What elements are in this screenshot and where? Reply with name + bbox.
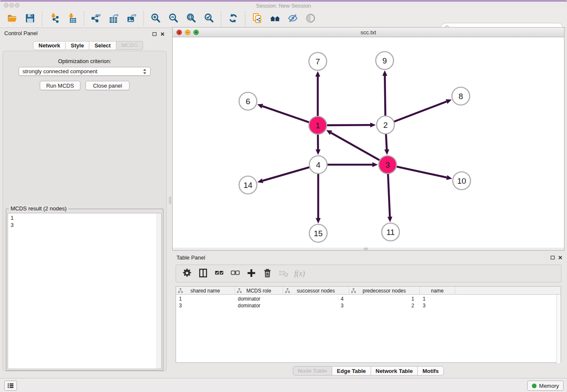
hide-siblings-icon xyxy=(287,13,298,25)
settings-icon xyxy=(182,268,192,279)
control-tab-select[interactable]: Select xyxy=(89,41,116,50)
zoom-selected-icon xyxy=(204,13,215,25)
graph-edge-1-2[interactable] xyxy=(325,125,370,125)
show-all-button[interactable] xyxy=(305,13,316,24)
toolbar-separator xyxy=(42,11,42,26)
graph-edge-arrow-3-11 xyxy=(388,217,393,222)
deselect-all-button[interactable] xyxy=(229,268,241,279)
graph-edge-4-14[interactable] xyxy=(263,167,311,181)
graph-edge-2-9[interactable] xyxy=(385,76,385,117)
split-columns-icon xyxy=(198,268,208,279)
memory-button[interactable]: Memory xyxy=(527,381,564,391)
main-toolbar xyxy=(0,9,567,28)
add-row-icon xyxy=(246,268,256,279)
duplicate-network-button[interactable] xyxy=(252,13,263,24)
import-table-button[interactable] xyxy=(66,13,77,24)
table-cell[interactable]: 4 xyxy=(283,295,349,302)
save-session-button[interactable] xyxy=(25,13,36,24)
column-header-shared-name[interactable]: shared name xyxy=(176,287,235,295)
import-network-icon xyxy=(49,13,60,25)
graph-edge-2-3[interactable] xyxy=(386,133,387,149)
table-cell[interactable]: dominator xyxy=(235,295,283,302)
table-tab-node-table[interactable]: Node Table xyxy=(293,366,332,375)
export-image-button[interactable] xyxy=(126,13,137,24)
control-tab-network[interactable]: Network xyxy=(33,41,66,50)
column-header-MCDS-role[interactable]: MCDS role xyxy=(235,287,283,295)
table-tab-motifs[interactable]: Motifs xyxy=(418,366,443,375)
select-stepper-icon xyxy=(143,69,147,75)
graph-edge-3-10[interactable] xyxy=(395,166,447,178)
export-network-button[interactable] xyxy=(91,13,102,24)
graph-edge-3-11[interactable] xyxy=(388,172,390,217)
table-row[interactable]: 1dominator411 xyxy=(176,295,561,302)
zoom-in-button[interactable] xyxy=(150,13,161,24)
duplicate-network-icon xyxy=(252,13,263,25)
network-resize-handle[interactable] xyxy=(364,248,368,250)
control-panel-float-icon[interactable] xyxy=(151,31,158,37)
graph-node-label-3: 3 xyxy=(385,160,390,169)
control-panel-close-icon[interactable] xyxy=(160,31,166,37)
split-columns-button[interactable] xyxy=(197,268,209,279)
home-button[interactable] xyxy=(270,13,281,24)
graph-edge-2-8[interactable] xyxy=(393,102,447,122)
import-table-icon xyxy=(66,13,77,25)
zoom-out-button[interactable] xyxy=(168,13,179,24)
column-header-name[interactable]: name xyxy=(420,287,455,295)
network-window-title: scc.txt xyxy=(173,29,564,36)
zoom-fit-icon xyxy=(186,13,197,25)
table-cell[interactable]: 3 xyxy=(420,302,455,309)
mcds-result-scrollbar[interactable] xyxy=(157,213,161,369)
network-window-titlebar[interactable]: x – + scc.txt xyxy=(173,28,564,37)
import-network-button[interactable] xyxy=(49,13,60,24)
control-tab-style[interactable]: Style xyxy=(66,41,89,50)
graph-edge-1-6[interactable] xyxy=(262,106,311,123)
hide-siblings-button[interactable] xyxy=(287,13,298,24)
table-header-row: shared nameMCDS rolesuccessor nodesprede… xyxy=(176,287,561,295)
network-canvas[interactable]: 7968124314101511 xyxy=(173,37,564,248)
graph-edge-3-1[interactable] xyxy=(331,133,381,161)
app-titlebar[interactable]: Session: New Session xyxy=(0,2,567,9)
select-all-button[interactable] xyxy=(213,268,225,279)
run-mcds-button[interactable]: Run MCDS xyxy=(40,81,80,90)
table-cell[interactable]: 3 xyxy=(283,302,349,309)
close-panel-button[interactable]: Close panel xyxy=(85,81,129,90)
export-table-button[interactable] xyxy=(108,13,119,24)
table-cell[interactable]: dominator xyxy=(235,302,283,309)
refresh-icon xyxy=(228,13,239,25)
delete-row-icon xyxy=(262,268,272,279)
column-header-predecessor-nodes[interactable]: predecessor nodes xyxy=(349,287,420,295)
graph-edge-arrow-1-4 xyxy=(316,149,321,155)
table-cell[interactable]: 1 xyxy=(349,295,420,302)
table-row[interactable]: 3dominator323 xyxy=(176,302,561,309)
table-cell[interactable]: 1 xyxy=(176,295,235,302)
delete-row-button[interactable] xyxy=(261,268,273,279)
table-panel-close-icon[interactable] xyxy=(557,254,564,261)
mcds-result-textarea[interactable]: 1 3 xyxy=(8,213,162,369)
column-header-successor-nodes[interactable]: successor nodes xyxy=(283,287,349,295)
node-table: shared nameMCDS rolesuccessor nodesprede… xyxy=(176,286,561,363)
network-view-window: x – + scc.txt 7968124314101511 xyxy=(172,27,564,251)
graph-node-label-14: 14 xyxy=(243,181,253,190)
task-history-button[interactable] xyxy=(4,381,17,391)
table-cell[interactable]: 2 xyxy=(349,302,420,309)
table-panel-float-icon[interactable] xyxy=(550,254,556,261)
settings-button[interactable] xyxy=(181,268,193,279)
table-tab-edge-table[interactable]: Edge Table xyxy=(332,366,371,375)
column-label: MCDS role xyxy=(246,288,271,294)
optimization-criterion-select[interactable]: strongly connected component xyxy=(19,67,151,76)
open-file-button[interactable] xyxy=(7,13,18,24)
add-row-button[interactable] xyxy=(245,268,257,279)
table-scrollbar[interactable] xyxy=(556,295,561,363)
table-cell[interactable]: 3 xyxy=(176,302,235,309)
table-tab-network-table[interactable]: Network Table xyxy=(371,366,418,375)
graph-node-label-1: 1 xyxy=(316,121,320,130)
delete-table-button xyxy=(278,268,289,279)
refresh-button[interactable] xyxy=(228,13,239,24)
toolbar-separator xyxy=(245,11,245,26)
table-cell[interactable]: 1 xyxy=(420,295,455,302)
panel-splitter-handle[interactable] xyxy=(169,196,171,204)
zoom-fit-button[interactable] xyxy=(186,13,197,24)
control-tab-mcds[interactable]: MCDS xyxy=(116,41,143,50)
column-label: successor nodes xyxy=(297,288,335,294)
zoom-selected-button[interactable] xyxy=(204,13,215,24)
